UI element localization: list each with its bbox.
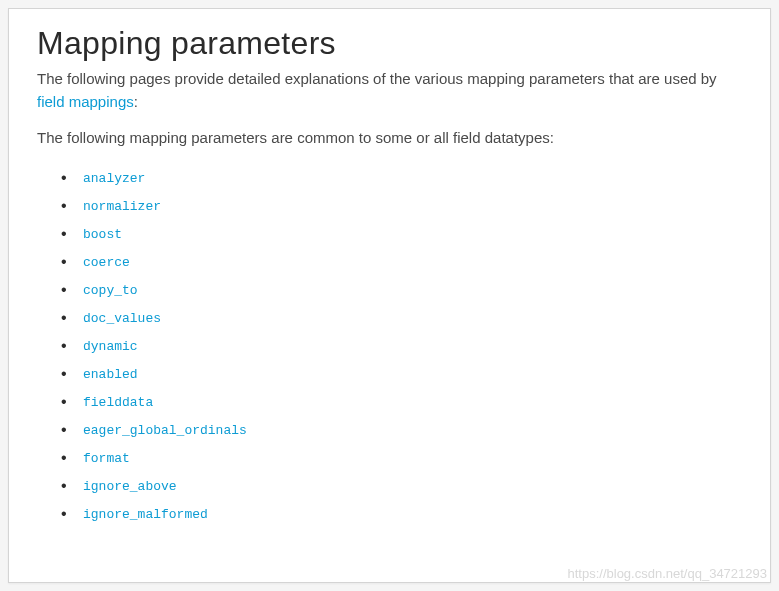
list-item: doc_values <box>65 304 742 332</box>
param-link-fielddata[interactable]: fielddata <box>83 395 153 410</box>
field-mappings-link[interactable]: field mappings <box>37 93 134 110</box>
param-link-enabled[interactable]: enabled <box>83 367 138 382</box>
list-item: enabled <box>65 360 742 388</box>
intro-text-before: The following pages provide detailed exp… <box>37 70 717 87</box>
param-link-ignore-malformed[interactable]: ignore_malformed <box>83 507 208 522</box>
param-link-format[interactable]: format <box>83 451 130 466</box>
list-item: copy_to <box>65 276 742 304</box>
param-link-boost[interactable]: boost <box>83 227 122 242</box>
param-link-doc-values[interactable]: doc_values <box>83 311 161 326</box>
intro-paragraph: The following pages provide detailed exp… <box>37 68 742 113</box>
list-item: format <box>65 444 742 472</box>
list-item: fielddata <box>65 388 742 416</box>
param-link-dynamic[interactable]: dynamic <box>83 339 138 354</box>
list-item: coerce <box>65 248 742 276</box>
list-item: eager_global_ordinals <box>65 416 742 444</box>
list-item: normalizer <box>65 192 742 220</box>
list-item: ignore_malformed <box>65 500 742 528</box>
param-link-eager-global-ordinals[interactable]: eager_global_ordinals <box>83 423 247 438</box>
list-item: ignore_above <box>65 472 742 500</box>
param-link-ignore-above[interactable]: ignore_above <box>83 479 177 494</box>
parameters-list: analyzer normalizer boost coerce copy_to… <box>37 164 742 528</box>
intro-text-after: : <box>134 93 138 110</box>
subtext-paragraph: The following mapping parameters are com… <box>37 127 742 150</box>
list-item: analyzer <box>65 164 742 192</box>
page-title: Mapping parameters <box>37 25 742 62</box>
param-link-normalizer[interactable]: normalizer <box>83 199 161 214</box>
param-link-coerce[interactable]: coerce <box>83 255 130 270</box>
document-container: Mapping parameters The following pages p… <box>8 8 771 583</box>
list-item: dynamic <box>65 332 742 360</box>
param-link-copy-to[interactable]: copy_to <box>83 283 138 298</box>
param-link-analyzer[interactable]: analyzer <box>83 171 145 186</box>
list-item: boost <box>65 220 742 248</box>
